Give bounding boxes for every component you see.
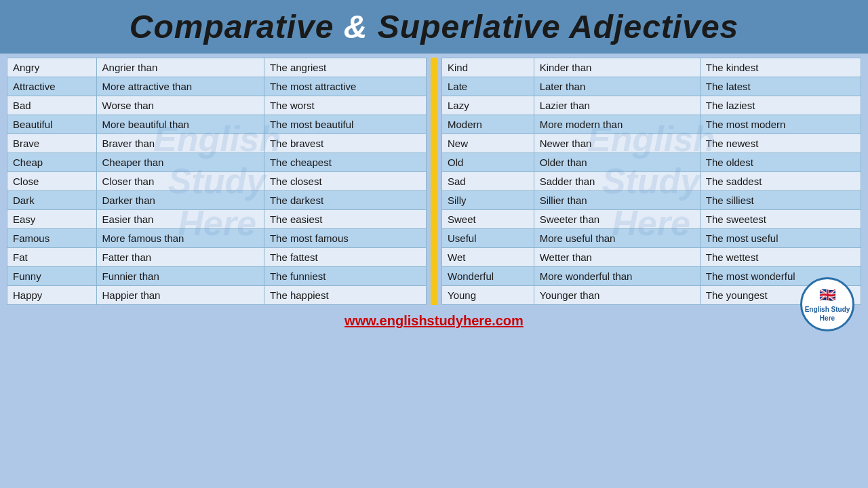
table-row: WonderfulMore wonderful thanThe most won…: [442, 267, 861, 286]
table-cell: The funniest: [264, 267, 426, 286]
title-part2: Superlative Adjectives: [378, 9, 738, 45]
table-cell: Cheaper than: [96, 153, 264, 172]
ampersand: &: [344, 9, 378, 45]
table-cell: Attractive: [7, 77, 97, 96]
table-cell: Sweet: [442, 210, 534, 229]
table-cell: Kind: [442, 58, 534, 77]
table-row: BraveBraver thanThe bravest: [7, 134, 427, 153]
table-row: NewNewer thanThe newest: [442, 134, 861, 153]
table-cell: More attractive than: [96, 77, 264, 96]
table-cell: More modern than: [534, 115, 700, 134]
table-cell: The fattest: [264, 248, 426, 267]
table-cell: Closer than: [96, 172, 264, 191]
table-cell: Angrier than: [96, 58, 264, 77]
table-row: AngryAngrier thanThe angriest: [7, 58, 427, 77]
table-cell: Sad: [442, 172, 534, 191]
table-cell: Useful: [442, 229, 534, 248]
table-row: FunnyFunnier thanThe funniest: [7, 267, 427, 286]
table-cell: The laziest: [700, 96, 861, 115]
table-cell: Cheap: [7, 153, 97, 172]
table-cell: Late: [442, 77, 534, 96]
table-cell: The happiest: [264, 286, 426, 305]
table-cell: The most useful: [700, 229, 861, 248]
right-table-container: KindKinder thanThe kindestLateLater than…: [441, 58, 861, 305]
logo-flag: 🇬🇧: [819, 286, 836, 304]
table-row: WetWetter thanThe wettest: [442, 248, 861, 267]
table-cell: Funnier than: [96, 267, 264, 286]
table-cell: Beautiful: [7, 115, 97, 134]
table-cell: Wetter than: [534, 248, 700, 267]
table-cell: The saddest: [700, 172, 861, 191]
table-cell: Fatter than: [96, 248, 264, 267]
table-cell: More famous than: [96, 229, 264, 248]
table-cell: Modern: [442, 115, 534, 134]
table-cell: Easier than: [96, 210, 264, 229]
table-cell: Brave: [7, 134, 97, 153]
title-part1: Comparative: [130, 9, 344, 45]
table-row: SweetSweeter thanThe sweetest: [442, 210, 861, 229]
table-cell: More beautiful than: [96, 115, 264, 134]
table-cell: Worse than: [96, 96, 264, 115]
table-cell: Angry: [7, 58, 97, 77]
logo: 🇬🇧 English StudyHere: [800, 277, 854, 331]
table-cell: Sadder than: [534, 172, 700, 191]
table-cell: The easiest: [264, 210, 426, 229]
table-row: BeautifulMore beautiful thanThe most bea…: [7, 115, 427, 134]
table-cell: The sweetest: [700, 210, 861, 229]
table-cell: Bad: [7, 96, 97, 115]
table-cell: The most beautiful: [264, 115, 426, 134]
table-cell: Kinder than: [534, 58, 700, 77]
table-cell: Braver than: [96, 134, 264, 153]
table-cell: Old: [442, 153, 534, 172]
table-row: HappyHappier thanThe happiest: [7, 286, 427, 305]
left-table: AngryAngrier thanThe angriestAttractiveM…: [7, 58, 427, 305]
table-cell: Later than: [534, 77, 700, 96]
table-row: LateLater thanThe latest: [442, 77, 861, 96]
right-table: KindKinder thanThe kindestLateLater than…: [441, 58, 861, 305]
table-cell: Wonderful: [442, 267, 534, 286]
website-link[interactable]: www.englishstudyhere.com: [344, 313, 524, 328]
content-area: EnglishStudyHere EnglishStudyHere AngryA…: [0, 54, 868, 309]
table-cell: The most attractive: [264, 77, 426, 96]
table-cell: Lazy: [442, 96, 534, 115]
table-cell: Silly: [442, 191, 534, 210]
column-divider: [431, 58, 437, 305]
table-row: CheapCheaper thanThe cheapest: [7, 153, 427, 172]
table-row: CloseCloser thanThe closest: [7, 172, 427, 191]
table-cell: The oldest: [700, 153, 861, 172]
table-row: EasyEasier thanThe easiest: [7, 210, 427, 229]
table-row: SillySillier thanThe silliest: [442, 191, 861, 210]
table-row: FatFatter thanThe fattest: [7, 248, 427, 267]
table-cell: Close: [7, 172, 97, 191]
table-row: ModernMore modern thanThe most modern: [442, 115, 861, 134]
header: Comparative & Superlative Adjectives: [0, 0, 868, 54]
table-cell: The cheapest: [264, 153, 426, 172]
table-row: YoungYounger thanThe youngest: [442, 286, 861, 305]
table-cell: The most famous: [264, 229, 426, 248]
table-cell: Famous: [7, 229, 97, 248]
table-cell: The darkest: [264, 191, 426, 210]
table-cell: Older than: [534, 153, 700, 172]
table-cell: Sillier than: [534, 191, 700, 210]
table-cell: The most modern: [700, 115, 861, 134]
table-cell: The kindest: [700, 58, 861, 77]
table-cell: Happier than: [96, 286, 264, 305]
table-cell: The angriest: [264, 58, 426, 77]
page-title: Comparative & Superlative Adjectives: [14, 8, 854, 45]
table-cell: More wonderful than: [534, 267, 700, 286]
table-cell: Lazier than: [534, 96, 700, 115]
table-cell: The worst: [264, 96, 426, 115]
table-row: DarkDarker thanThe darkest: [7, 191, 427, 210]
logo-text: English StudyHere: [805, 305, 850, 323]
table-row: BadWorse thanThe worst: [7, 96, 427, 115]
table-cell: Fat: [7, 248, 97, 267]
table-cell: Newer than: [534, 134, 700, 153]
table-cell: Easy: [7, 210, 97, 229]
table-cell: Dark: [7, 191, 97, 210]
left-table-container: AngryAngrier thanThe angriestAttractiveM…: [7, 58, 427, 305]
table-row: SadSadder thanThe saddest: [442, 172, 861, 191]
table-cell: The closest: [264, 172, 426, 191]
table-cell: The silliest: [700, 191, 861, 210]
table-cell: Happy: [7, 286, 97, 305]
table-cell: The bravest: [264, 134, 426, 153]
